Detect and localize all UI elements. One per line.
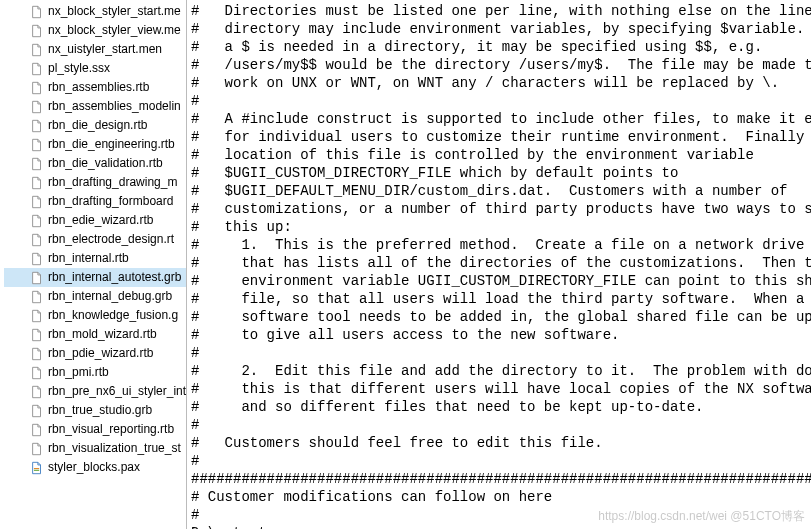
tree-item[interactable]: rbn_mold_wizard.rtb [4,325,186,344]
tree-item-label: rbn_knowledge_fusion.g [48,306,178,325]
file-icon [30,385,44,399]
file-icon [30,442,44,456]
tree-indent [14,366,28,380]
tree-indent [14,24,28,38]
tree-item[interactable]: rbn_drafting_formboard [4,192,186,211]
tree-indent [14,442,28,456]
tree-item-label: nx_block_styler_view.me [48,21,181,40]
file-color-icon [30,461,44,475]
tree-item-label: rbn_assemblies_modelin [48,97,181,116]
file-icon [30,347,44,361]
tree-indent [14,347,28,361]
tree-item[interactable]: rbn_internal_debug.grb [4,287,186,306]
file-icon [30,157,44,171]
text-editor-pane[interactable]: # Directories must be listed one per lin… [187,0,811,529]
tree-item-label: rbn_internal.rtb [48,249,129,268]
tree-indent [14,5,28,19]
tree-indent [14,252,28,266]
file-icon [30,271,44,285]
tree-item-label: styler_blocks.pax [48,458,140,477]
tree-indent [14,309,28,323]
tree-indent [14,62,28,76]
file-icon [30,404,44,418]
tree-indent [14,176,28,190]
file-icon [30,138,44,152]
tree-item-label: rbn_true_studio.grb [48,401,152,420]
tree-indent [14,290,28,304]
file-icon [30,24,44,38]
file-icon [30,233,44,247]
tree-item[interactable]: rbn_pre_nx6_ui_styler_int [4,382,186,401]
tree-item[interactable]: rbn_visualization_true_st [4,439,186,458]
tree-item[interactable]: rbn_drafting_drawing_m [4,173,186,192]
file-icon [30,309,44,323]
file-icon [30,328,44,342]
file-icon [30,366,44,380]
tree-indent [14,157,28,171]
svg-rect-0 [34,468,39,469]
file-icon [30,176,44,190]
tree-item-label: rbn_pmi.rtb [48,363,109,382]
tree-item[interactable]: rbn_edie_wizard.rtb [4,211,186,230]
tree-indent [14,328,28,342]
tree-item[interactable]: rbn_assemblies.rtb [4,78,186,97]
tree-indent [14,214,28,228]
tree-indent [14,43,28,57]
tree-item-label: rbn_visualization_true_st [48,439,181,458]
tree-item-label: rbn_electrode_design.rt [48,230,174,249]
tree-item[interactable]: nx_block_styler_start.me [4,2,186,21]
file-icon [30,100,44,114]
file-icon [30,43,44,57]
file-icon [30,62,44,76]
tree-indent [14,195,28,209]
editor-content[interactable]: # Directories must be listed one per lin… [191,2,811,529]
file-icon [30,252,44,266]
tree-item-label: rbn_drafting_drawing_m [48,173,177,192]
file-icon [30,423,44,437]
tree-item-label: rbn_die_design.rtb [48,116,147,135]
tree-indent [14,138,28,152]
tree-item[interactable]: rbn_electrode_design.rt [4,230,186,249]
tree-item[interactable]: nx_uistyler_start.men [4,40,186,59]
tree-item-label: rbn_internal_debug.grb [48,287,172,306]
tree-item[interactable]: rbn_true_studio.grb [4,401,186,420]
tree-item-label: rbn_drafting_formboard [48,192,173,211]
tree-item[interactable]: nx_block_styler_view.me [4,21,186,40]
tree-item[interactable]: rbn_pmi.rtb [4,363,186,382]
tree-item[interactable]: rbn_visual_reporting.rtb [4,420,186,439]
file-icon [30,5,44,19]
tree-item[interactable]: styler_blocks.pax [4,458,186,477]
file-icon [30,81,44,95]
file-icon [30,290,44,304]
file-tree-panel[interactable]: nx_block_styler_start.menx_block_styler_… [0,0,187,529]
tree-indent [14,404,28,418]
file-icon [30,195,44,209]
tree-item-label: rbn_die_validation.rtb [48,154,163,173]
app-window: nx_block_styler_start.menx_block_styler_… [0,0,811,529]
tree-item-label: nx_uistyler_start.men [48,40,162,59]
tree-indent [14,81,28,95]
tree-item[interactable]: pl_style.ssx [4,59,186,78]
tree-indent [14,461,28,475]
tree-indent [14,271,28,285]
tree-item[interactable]: rbn_internal_autotest.grb [4,268,186,287]
tree-item[interactable]: rbn_pdie_wizard.rtb [4,344,186,363]
svg-rect-1 [34,469,39,470]
tree-item[interactable]: rbn_die_engineering.rtb [4,135,186,154]
tree-item[interactable]: rbn_assemblies_modelin [4,97,186,116]
tree-indent [14,233,28,247]
tree-item-label: rbn_pdie_wizard.rtb [48,344,153,363]
file-icon [30,119,44,133]
tree-item-label: rbn_die_engineering.rtb [48,135,175,154]
tree-item-label: rbn_mold_wizard.rtb [48,325,157,344]
tree-item-label: pl_style.ssx [48,59,110,78]
tree-indent [14,385,28,399]
tree-item[interactable]: rbn_die_validation.rtb [4,154,186,173]
tree-item[interactable]: rbn_internal.rtb [4,249,186,268]
tree-item[interactable]: rbn_knowledge_fusion.g [4,306,186,325]
tree-indent [14,100,28,114]
tree-item-label: rbn_pre_nx6_ui_styler_int [48,382,186,401]
tree-item[interactable]: rbn_die_design.rtb [4,116,186,135]
tree-item-label: rbn_edie_wizard.rtb [48,211,153,230]
tree-indent [14,119,28,133]
